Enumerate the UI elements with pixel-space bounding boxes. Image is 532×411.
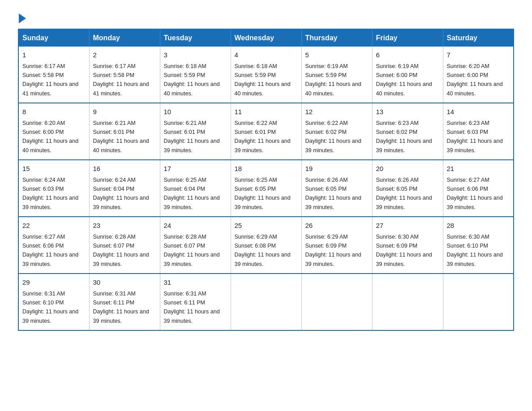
day-number: 7 — [447, 50, 510, 60]
day-number: 22 — [22, 221, 86, 231]
day-number: 19 — [305, 164, 369, 174]
day-number: 13 — [376, 107, 439, 117]
calendar-cell: 18 Sunrise: 6:25 AMSunset: 6:05 PMDaylig… — [231, 160, 301, 217]
day-info: Sunrise: 6:30 AMSunset: 6:09 PMDaylight:… — [376, 234, 432, 267]
calendar-cell: 17 Sunrise: 6:25 AMSunset: 6:04 PMDaylig… — [160, 160, 231, 217]
day-info: Sunrise: 6:22 AMSunset: 6:02 PMDaylight:… — [305, 120, 361, 154]
calendar-day-header: Thursday — [301, 29, 372, 47]
logo — [18, 13, 27, 20]
day-number: 27 — [376, 221, 439, 231]
calendar-cell: 11 Sunrise: 6:22 AMSunset: 6:01 PMDaylig… — [231, 103, 301, 160]
calendar-table: SundayMondayTuesdayWednesdayThursdayFrid… — [18, 29, 514, 331]
day-info: Sunrise: 6:24 AMSunset: 6:03 PMDaylight:… — [22, 177, 78, 210]
day-info: Sunrise: 6:29 AMSunset: 6:08 PMDaylight:… — [235, 234, 291, 267]
calendar-cell: 1 Sunrise: 6:17 AMSunset: 5:58 PMDayligh… — [18, 47, 89, 103]
calendar-cell: 9 Sunrise: 6:21 AMSunset: 6:01 PMDayligh… — [89, 103, 160, 160]
day-number: 24 — [164, 221, 227, 231]
day-info: Sunrise: 6:17 AMSunset: 5:58 PMDaylight:… — [22, 63, 78, 97]
calendar-cell: 20 Sunrise: 6:26 AMSunset: 6:05 PMDaylig… — [372, 160, 443, 217]
day-number: 20 — [376, 164, 439, 174]
calendar-cell: 28 Sunrise: 6:30 AMSunset: 6:10 PMDaylig… — [443, 217, 514, 274]
day-number: 15 — [22, 164, 86, 174]
calendar-cell: 4 Sunrise: 6:18 AMSunset: 5:59 PMDayligh… — [231, 47, 301, 103]
day-info: Sunrise: 6:26 AMSunset: 6:05 PMDaylight:… — [305, 177, 361, 210]
day-info: Sunrise: 6:22 AMSunset: 6:01 PMDaylight:… — [235, 120, 291, 154]
day-number: 23 — [93, 221, 156, 231]
day-number: 14 — [447, 107, 510, 117]
day-info: Sunrise: 6:18 AMSunset: 5:59 PMDaylight:… — [235, 63, 291, 97]
calendar-cell: 25 Sunrise: 6:29 AMSunset: 6:08 PMDaylig… — [231, 217, 301, 274]
day-number: 2 — [93, 50, 156, 60]
calendar-cell: 12 Sunrise: 6:22 AMSunset: 6:02 PMDaylig… — [301, 103, 372, 160]
day-info: Sunrise: 6:23 AMSunset: 6:03 PMDaylight:… — [447, 120, 503, 154]
calendar-cell: 5 Sunrise: 6:19 AMSunset: 5:59 PMDayligh… — [301, 47, 372, 103]
calendar-cell: 16 Sunrise: 6:24 AMSunset: 6:04 PMDaylig… — [89, 160, 160, 217]
day-info: Sunrise: 6:17 AMSunset: 5:58 PMDaylight:… — [93, 63, 149, 97]
calendar-day-header: Monday — [89, 29, 160, 47]
day-number: 26 — [305, 221, 369, 231]
calendar-day-header: Wednesday — [231, 29, 301, 47]
day-number: 6 — [376, 50, 439, 60]
calendar-cell: 29 Sunrise: 6:31 AMSunset: 6:10 PMDaylig… — [18, 274, 89, 330]
day-number: 25 — [235, 221, 298, 231]
day-number: 10 — [164, 107, 227, 117]
day-info: Sunrise: 6:19 AMSunset: 5:59 PMDaylight:… — [305, 63, 361, 97]
day-number: 29 — [22, 278, 86, 288]
calendar-day-header: Friday — [372, 29, 443, 47]
calendar-cell: 8 Sunrise: 6:20 AMSunset: 6:00 PMDayligh… — [18, 103, 89, 160]
day-info: Sunrise: 6:28 AMSunset: 6:07 PMDaylight:… — [93, 234, 149, 267]
day-info: Sunrise: 6:29 AMSunset: 6:09 PMDaylight:… — [305, 234, 361, 267]
calendar-cell: 23 Sunrise: 6:28 AMSunset: 6:07 PMDaylig… — [89, 217, 160, 274]
calendar-cell: 27 Sunrise: 6:30 AMSunset: 6:09 PMDaylig… — [372, 217, 443, 274]
day-number: 9 — [93, 107, 156, 117]
day-info: Sunrise: 6:26 AMSunset: 6:05 PMDaylight:… — [376, 177, 432, 210]
calendar-cell: 30 Sunrise: 6:31 AMSunset: 6:11 PMDaylig… — [89, 274, 160, 330]
day-number: 28 — [447, 221, 510, 231]
calendar-week-row: 1 Sunrise: 6:17 AMSunset: 5:58 PMDayligh… — [18, 47, 514, 103]
day-number: 16 — [93, 164, 156, 174]
calendar-day-header: Saturday — [443, 29, 514, 47]
day-number: 17 — [164, 164, 227, 174]
day-info: Sunrise: 6:19 AMSunset: 6:00 PMDaylight:… — [376, 63, 432, 97]
day-number: 1 — [22, 50, 86, 60]
day-info: Sunrise: 6:28 AMSunset: 6:07 PMDaylight:… — [164, 234, 220, 267]
day-info: Sunrise: 6:18 AMSunset: 5:59 PMDaylight:… — [164, 63, 220, 97]
day-info: Sunrise: 6:24 AMSunset: 6:04 PMDaylight:… — [93, 177, 149, 210]
calendar-cell: 22 Sunrise: 6:27 AMSunset: 6:06 PMDaylig… — [18, 217, 89, 274]
calendar-day-header: Tuesday — [160, 29, 231, 47]
calendar-week-row: 8 Sunrise: 6:20 AMSunset: 6:00 PMDayligh… — [18, 103, 514, 160]
calendar-cell: 7 Sunrise: 6:20 AMSunset: 6:00 PMDayligh… — [443, 47, 514, 103]
logo-chevron-icon — [19, 13, 26, 23]
calendar-cell: 21 Sunrise: 6:27 AMSunset: 6:06 PMDaylig… — [443, 160, 514, 217]
calendar-cell: 15 Sunrise: 6:24 AMSunset: 6:03 PMDaylig… — [18, 160, 89, 217]
day-number: 18 — [235, 164, 298, 174]
day-info: Sunrise: 6:25 AMSunset: 6:04 PMDaylight:… — [164, 177, 220, 210]
calendar-day-header: Sunday — [18, 29, 89, 47]
day-info: Sunrise: 6:31 AMSunset: 6:10 PMDaylight:… — [22, 291, 78, 324]
day-number: 4 — [235, 50, 298, 60]
day-number: 31 — [164, 278, 227, 288]
calendar-cell — [443, 274, 514, 330]
calendar-week-row: 22 Sunrise: 6:27 AMSunset: 6:06 PMDaylig… — [18, 217, 514, 274]
day-info: Sunrise: 6:27 AMSunset: 6:06 PMDaylight:… — [22, 234, 78, 267]
calendar-cell: 24 Sunrise: 6:28 AMSunset: 6:07 PMDaylig… — [160, 217, 231, 274]
day-number: 12 — [305, 107, 369, 117]
day-number: 3 — [164, 50, 227, 60]
day-info: Sunrise: 6:21 AMSunset: 6:01 PMDaylight:… — [93, 120, 149, 154]
calendar-cell: 13 Sunrise: 6:23 AMSunset: 6:02 PMDaylig… — [372, 103, 443, 160]
day-info: Sunrise: 6:30 AMSunset: 6:10 PMDaylight:… — [447, 234, 503, 267]
day-info: Sunrise: 6:27 AMSunset: 6:06 PMDaylight:… — [447, 177, 503, 210]
calendar-week-row: 15 Sunrise: 6:24 AMSunset: 6:03 PMDaylig… — [18, 160, 514, 217]
day-number: 30 — [93, 278, 156, 288]
day-number: 11 — [235, 107, 298, 117]
calendar-cell: 10 Sunrise: 6:21 AMSunset: 6:01 PMDaylig… — [160, 103, 231, 160]
calendar-cell: 31 Sunrise: 6:31 AMSunset: 6:11 PMDaylig… — [160, 274, 231, 330]
calendar-cell — [231, 274, 301, 330]
day-info: Sunrise: 6:21 AMSunset: 6:01 PMDaylight:… — [164, 120, 220, 154]
calendar-cell: 19 Sunrise: 6:26 AMSunset: 6:05 PMDaylig… — [301, 160, 372, 217]
day-number: 21 — [447, 164, 510, 174]
day-number: 5 — [305, 50, 369, 60]
day-info: Sunrise: 6:20 AMSunset: 6:00 PMDaylight:… — [22, 120, 78, 154]
calendar-cell: 14 Sunrise: 6:23 AMSunset: 6:03 PMDaylig… — [443, 103, 514, 160]
calendar-cell: 26 Sunrise: 6:29 AMSunset: 6:09 PMDaylig… — [301, 217, 372, 274]
